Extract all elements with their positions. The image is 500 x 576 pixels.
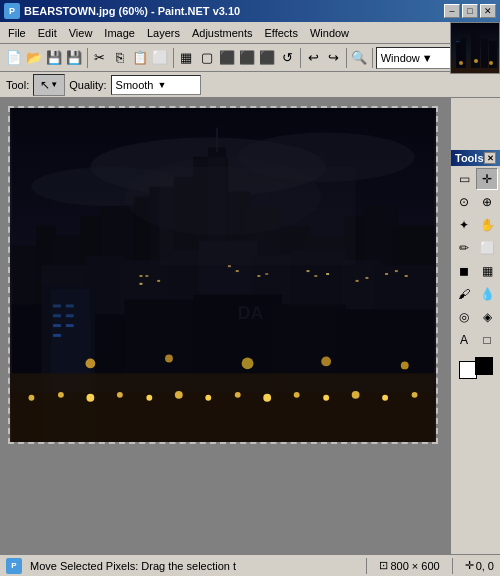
status-divider1: [366, 558, 367, 574]
menu-item-file[interactable]: File: [2, 25, 32, 41]
svg-point-79: [263, 394, 271, 402]
toolbar-saveas-button[interactable]: 💾: [64, 47, 83, 69]
svg-point-84: [412, 392, 418, 398]
tool-eraser[interactable]: ⬜: [476, 237, 498, 259]
svg-rect-44: [66, 314, 74, 317]
toolbar-save-button[interactable]: 💾: [44, 47, 63, 69]
tool-pan[interactable]: ✋: [476, 214, 498, 236]
svg-point-87: [125, 157, 321, 236]
toolbar-erase-button[interactable]: ⬜: [151, 47, 170, 69]
tool-lasso[interactable]: ⊙: [453, 191, 475, 213]
menu-item-effects[interactable]: Effects: [259, 25, 304, 41]
tools-close-button[interactable]: ✕: [484, 152, 496, 164]
tool-sharpen[interactable]: ◈: [476, 306, 498, 328]
tool-rect-select[interactable]: ▭: [453, 168, 475, 190]
tool-dropdown-arrow: ▼: [50, 80, 58, 89]
tool-selector[interactable]: ↖ ▼: [33, 74, 65, 96]
svg-rect-48: [140, 275, 143, 277]
svg-point-66: [165, 355, 173, 363]
svg-rect-52: [228, 265, 231, 267]
tool-text[interactable]: A: [453, 329, 475, 351]
menu-item-layers[interactable]: Layers: [141, 25, 186, 41]
zoom-value: Window: [381, 52, 420, 64]
svg-point-83: [382, 395, 388, 401]
toolbar-separator-14: [300, 48, 301, 68]
svg-point-67: [242, 358, 254, 370]
status-message: Move Selected Pixels: Drag the selection…: [30, 560, 354, 572]
close-button[interactable]: ✕: [480, 4, 496, 18]
tool-pencil[interactable]: ✏: [453, 237, 475, 259]
menu-item-image[interactable]: Image: [98, 25, 141, 41]
tool-colorpicker[interactable]: 💧: [476, 283, 498, 305]
svg-point-74: [117, 392, 123, 398]
size-icon: ⊡: [379, 559, 388, 572]
toolbar-selall-button[interactable]: ▦: [177, 47, 196, 69]
primary-color-box[interactable]: [475, 357, 493, 375]
city-scene-svg: DA: [10, 108, 436, 442]
status-divider2: [452, 558, 453, 574]
toolbar-rotate-button[interactable]: ↺: [278, 47, 297, 69]
toolbar-open-button[interactable]: 📂: [24, 47, 43, 69]
tool-gradienttool[interactable]: ▦: [476, 260, 498, 282]
tool-magic-wand[interactable]: ✦: [453, 214, 475, 236]
status-dimensions: ⊡ 800 × 600: [379, 559, 439, 572]
tool-clone-stamp[interactable]: ◎: [453, 306, 475, 328]
toolbar-desel-button[interactable]: ▢: [197, 47, 216, 69]
menu-item-edit[interactable]: Edit: [32, 25, 63, 41]
svg-point-73: [86, 394, 94, 402]
svg-rect-70: [12, 393, 434, 442]
title-controls[interactable]: – □ ✕: [444, 4, 496, 18]
menu-bar: FileEditViewImageLayersAdjustmentsEffect…: [0, 22, 500, 44]
status-coords-display: ✛ 0, 0: [465, 559, 494, 572]
svg-rect-60: [365, 277, 368, 279]
tool-move[interactable]: ✛: [476, 168, 498, 190]
svg-rect-59: [356, 280, 359, 282]
svg-rect-93: [481, 38, 488, 68]
svg-point-78: [235, 392, 241, 398]
svg-point-77: [205, 395, 211, 401]
svg-rect-98: [456, 41, 459, 42]
toolbar-cut-button[interactable]: ✂: [90, 47, 109, 69]
coord-icon: ✛: [465, 559, 474, 572]
toolbar-copy-button[interactable]: ⎘: [111, 47, 130, 69]
menu-item-adjustments[interactable]: Adjustments: [186, 25, 259, 41]
tools-grid: ▭✛⊙⊕✦✋✏⬜◼▦🖌💧◎◈A□: [451, 166, 500, 353]
svg-point-81: [323, 395, 329, 401]
svg-point-75: [146, 395, 152, 401]
svg-point-97: [489, 61, 493, 65]
menu-item-view[interactable]: View: [63, 25, 99, 41]
svg-point-68: [321, 357, 331, 367]
toolbar-resize-button[interactable]: ⬛: [257, 47, 276, 69]
svg-rect-58: [326, 273, 329, 275]
toolbar-separator-4: [87, 48, 88, 68]
menu-item-window[interactable]: Window: [304, 25, 355, 41]
toolbar-undo-button[interactable]: ↩: [304, 47, 323, 69]
maximize-button[interactable]: □: [462, 4, 478, 18]
toolbar-zoom-button[interactable]: 🔍: [350, 47, 369, 69]
tool-paintbrush[interactable]: 🖌: [453, 283, 475, 305]
quality-dropdown[interactable]: Smooth ▼: [111, 75, 201, 95]
toolbar-separator-8: [173, 48, 174, 68]
toolbar-new-button[interactable]: 📄: [4, 47, 23, 69]
tool-paintbucket[interactable]: ◼: [453, 260, 475, 282]
color-section: [451, 353, 500, 379]
tool-zoom-tool[interactable]: ⊕: [476, 191, 498, 213]
minimize-button[interactable]: –: [444, 4, 460, 18]
image-thumbnail: [450, 22, 500, 74]
tool-label: Tool:: [6, 79, 29, 91]
svg-point-76: [175, 391, 183, 399]
toolbar-redo-button[interactable]: ↪: [324, 47, 343, 69]
canvas-container[interactable]: DA: [0, 98, 450, 554]
svg-point-65: [85, 359, 95, 369]
status-bar: P Move Selected Pixels: Drag the selecti…: [0, 554, 500, 576]
toolbar-crop-button[interactable]: ⬛: [237, 47, 256, 69]
toolbar-separator-16: [346, 48, 347, 68]
toolbar-invert-button[interactable]: ⬛: [217, 47, 236, 69]
tool-shapes[interactable]: □: [476, 329, 498, 351]
zoom-dropdown[interactable]: Window▼: [376, 47, 456, 69]
toolbar-paste-button[interactable]: 📋: [131, 47, 150, 69]
city-image: DA: [10, 108, 436, 442]
title-text: BEARSTOWN.jpg (60%) - Paint.NET v3.10: [24, 5, 240, 17]
svg-rect-43: [53, 314, 61, 317]
svg-rect-55: [265, 273, 268, 275]
